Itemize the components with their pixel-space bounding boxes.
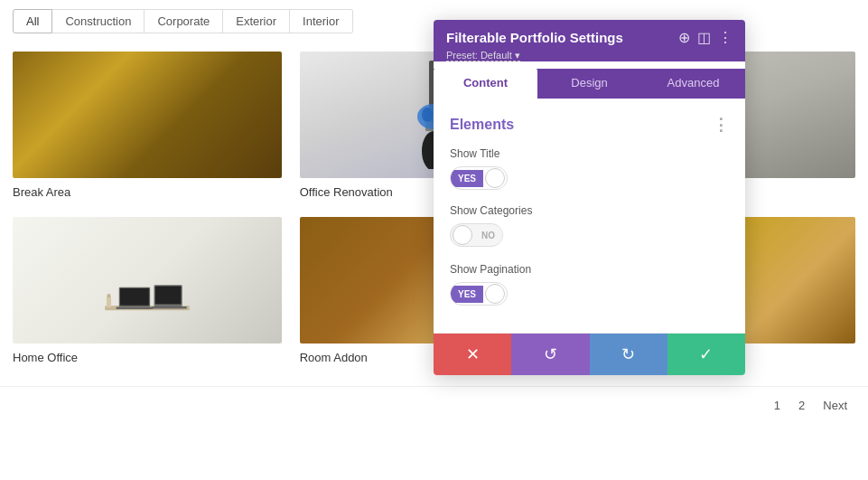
show-pagination-toggle[interactable]: YES [450, 282, 508, 306]
toggle-knob-pagination [485, 284, 505, 304]
layout-icon[interactable]: ◫ [697, 29, 711, 46]
page-2-link[interactable]: 2 [792, 396, 811, 415]
toggle-yes-pagination: YES [451, 286, 483, 303]
svg-rect-20 [107, 294, 110, 297]
tab-content[interactable]: Content [434, 69, 537, 99]
svg-rect-18 [152, 306, 187, 309]
svg-rect-14 [120, 288, 149, 306]
svg-rect-15 [116, 307, 153, 310]
portfolio-image-break-area [13, 52, 282, 178]
show-title-toggle[interactable]: YES [450, 166, 508, 190]
page-1-link[interactable]: 1 [768, 396, 787, 415]
save-button[interactable]: ✓ [667, 334, 745, 375]
panel-tabs: Content Design Advanced [434, 69, 745, 99]
pagination: 1 2 Next [0, 386, 868, 424]
filter-tab-exterior[interactable]: Exterior [223, 9, 290, 33]
portfolio-title-break-area: Break Area [13, 185, 282, 199]
target-icon[interactable]: ⊕ [678, 29, 690, 46]
portfolio-title-home-office: Home Office [13, 351, 282, 364]
filter-tab-corporate[interactable]: Corporate [145, 9, 223, 33]
desk-svg [102, 264, 192, 336]
panel-body: Elements ⋮ Show Title YES Show Categorie… [434, 99, 745, 333]
panel-preset[interactable]: Preset: Default ▾ [446, 50, 733, 61]
setting-show-categories: Show Categories NO [450, 204, 729, 249]
panel-preset-label: Preset: Default ▾ [446, 50, 520, 61]
setting-show-pagination: Show Pagination YES [450, 263, 729, 306]
filter-tab-interior[interactable]: Interior [290, 9, 352, 33]
show-categories-label: Show Categories [450, 204, 729, 217]
undo-button[interactable]: ↺ [511, 334, 589, 375]
toggle-knob [485, 168, 505, 188]
more-icon[interactable]: ⋮ [718, 29, 733, 46]
elements-label: Elements [450, 117, 514, 133]
portfolio-image-home-office [13, 217, 282, 344]
filter-tab-construction[interactable]: Construction [52, 9, 145, 33]
show-title-label: Show Title [450, 147, 729, 160]
svg-point-4 [422, 108, 433, 122]
panel-header-icons: ⊕ ◫ ⋮ [678, 29, 733, 46]
tab-advanced[interactable]: Advanced [641, 69, 745, 99]
portfolio-item-break-area[interactable]: Break Area [13, 52, 282, 199]
elements-section-title: Elements ⋮ [450, 115, 729, 135]
toggle-no-label: NO [474, 227, 502, 244]
toggle-yes-label: YES [451, 170, 483, 187]
settings-panel: Filterable Portfolio Settings ⊕ ◫ ⋮ Pres… [434, 20, 745, 375]
panel-title: Filterable Portfolio Settings [446, 30, 623, 45]
cancel-button[interactable]: ✕ [434, 334, 511, 375]
show-categories-toggle[interactable]: NO [450, 223, 503, 247]
show-pagination-label: Show Pagination [450, 263, 729, 276]
panel-footer: ✕ ↺ ↻ ✓ [434, 333, 745, 375]
next-page-link[interactable]: Next [817, 396, 854, 415]
svg-rect-17 [155, 286, 182, 304]
elements-more-icon[interactable]: ⋮ [713, 115, 729, 135]
redo-button[interactable]: ↻ [590, 334, 667, 375]
filter-tab-all[interactable]: All [13, 9, 52, 33]
portfolio-item-home-office[interactable]: Home Office [13, 217, 282, 364]
toggle-knob-left [453, 225, 472, 245]
tab-design[interactable]: Design [537, 69, 641, 99]
panel-header: Filterable Portfolio Settings ⊕ ◫ ⋮ Pres… [434, 20, 745, 61]
setting-show-title: Show Title YES [450, 147, 729, 190]
svg-rect-19 [107, 296, 111, 308]
